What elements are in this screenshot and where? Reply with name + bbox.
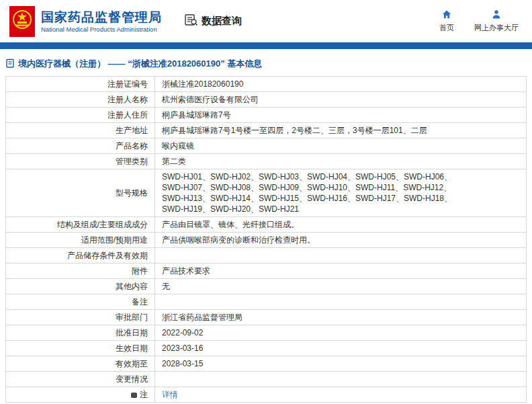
- row-label: 注册人名称: [6, 92, 155, 108]
- table-row: 备注: [6, 294, 527, 310]
- row-value: 第二类: [155, 154, 527, 169]
- table-row: 有效期至2028-03-15: [6, 356, 527, 372]
- row-value: 杭州索德医疗设备有限公司: [155, 92, 527, 108]
- home-icon: [441, 9, 452, 21]
- data-query-title: 数据查询: [185, 14, 242, 28]
- nav-item-home[interactable]: 首页: [439, 9, 454, 33]
- table-row: 结构及组成/主要组成成分产品由目镜罩、镜体、光纤接口组成。: [6, 217, 527, 233]
- page-title: 境内医疗器械（注册） —— “浙械注准20182060190” 基本信息: [18, 58, 262, 70]
- table-row: 产品名称喉内窥镜: [6, 138, 527, 154]
- row-label: 注册人住所: [6, 108, 155, 123]
- agency-title-block: 国家药品监督管理局 National Medical Products Admi…: [41, 9, 162, 34]
- row-value: 桐庐县城瑶琳路7号: [155, 108, 527, 123]
- agency-name-cn: 国家药品监督管理局: [41, 9, 162, 26]
- table-row: 注册人住所桐庐县城瑶琳路7号: [6, 108, 527, 123]
- nav-item-home-label: 首页: [439, 23, 454, 33]
- header-divider-bar: [0, 42, 532, 49]
- row-value: [155, 248, 527, 264]
- row-label: 审批部门: [6, 310, 155, 325]
- data-query-icon: [185, 14, 198, 28]
- table-row: 审批部门浙江省药品监督管理局: [6, 310, 527, 325]
- info-table-body: 注册证编号浙械注准20182060190注册人名称杭州索德医疗设备有限公司注册人…: [6, 77, 527, 403]
- table-row: 生效日期2023-03-16: [6, 341, 527, 356]
- breadcrumb: 境内医疗器械（注册） —— “浙械注准20182060190” 基本信息: [0, 49, 532, 76]
- page-header: 国家药品监督管理局 National Medical Products Admi…: [0, 0, 532, 42]
- data-query-label: 数据查询: [202, 15, 242, 28]
- row-value: 产品技术要求: [155, 264, 527, 279]
- row-value: 产品供咽喉部病变的诊断和治疗检查时用。: [155, 233, 527, 248]
- row-label: 生产地址: [6, 123, 155, 138]
- nav-item-service-hall[interactable]: 网上办事大厅: [474, 9, 519, 33]
- row-value: 详情: [155, 387, 527, 403]
- detail-link[interactable]: 详情: [162, 390, 178, 399]
- row-value: 桐庐县城瑶琳路7号1号楼一至四层，2号楼二、三层，3号楼一层101、二层: [155, 123, 527, 138]
- row-label: 产品名称: [6, 138, 155, 154]
- table-row: 注册人名称杭州索德医疗设备有限公司: [6, 92, 527, 108]
- table-row: 批准日期2022-09-02: [6, 325, 527, 341]
- row-label: 有效期至: [6, 356, 155, 372]
- row-label: 批准日期: [6, 325, 155, 341]
- table-row: 其他内容无: [6, 279, 527, 294]
- row-label: 变更情况: [6, 372, 155, 387]
- nav-item-service-hall-label: 网上办事大厅: [474, 23, 519, 33]
- row-value: 浙江省药品监督管理局: [155, 310, 527, 325]
- person-icon: [491, 9, 502, 21]
- row-value: 无: [155, 279, 527, 294]
- top-nav: 首页 网上办事大厅: [439, 9, 519, 33]
- row-value: 喉内窥镜: [155, 138, 527, 154]
- table-row: 附件产品技术要求: [6, 264, 527, 279]
- row-label: 备注: [6, 294, 155, 310]
- agency-name-en: National Medical Products Administration: [41, 26, 162, 34]
- row-label: 适用范围/预期用途: [6, 233, 155, 248]
- table-row: 适用范围/预期用途产品供咽喉部病变的诊断和治疗检查时用。: [6, 233, 527, 248]
- row-label: 其他内容: [6, 279, 155, 294]
- row-label: 附件: [6, 264, 155, 279]
- row-label: 生效日期: [6, 341, 155, 356]
- row-value: 2022-09-02: [155, 325, 527, 341]
- row-label: 结构及组成/主要组成成分: [6, 217, 155, 233]
- row-label: 注: [6, 387, 155, 403]
- table-row: 注详情: [6, 387, 527, 403]
- row-label: 产品储存条件及有效期: [6, 248, 155, 264]
- row-value: 产品由目镜罩、镜体、光纤接口组成。: [155, 217, 527, 233]
- row-value: 2023-03-16: [155, 341, 527, 356]
- row-value: SWD-HJ01、SWD-HJ02、SWD-HJ03、SWD-HJ04、SWD-…: [155, 169, 527, 217]
- table-row: 注册证编号浙械注准20182060190: [6, 77, 527, 92]
- table-row: 型号规格SWD-HJ01、SWD-HJ02、SWD-HJ03、SWD-HJ04、…: [6, 169, 527, 217]
- table-row: 产品储存条件及有效期: [6, 248, 527, 264]
- row-label: 管理类别: [6, 154, 155, 169]
- row-value: [155, 294, 527, 310]
- row-value: 浙械注准20182060190: [155, 77, 527, 92]
- table-row: 变更情况: [6, 372, 527, 387]
- row-value: 2028-03-15: [155, 356, 527, 372]
- registration-doc-icon: [5, 58, 15, 70]
- registration-info-section: 注册证编号浙械注准20182060190注册人名称杭州索德医疗设备有限公司注册人…: [5, 76, 527, 403]
- row-value: [155, 372, 527, 387]
- table-row: 管理类别第二类: [6, 154, 527, 169]
- info-table: 注册证编号浙械注准20182060190注册人名称杭州索德医疗设备有限公司注册人…: [5, 76, 527, 403]
- row-label: 注册证编号: [6, 77, 155, 92]
- national-emblem-logo: [9, 6, 35, 37]
- table-row: 生产地址桐庐县城瑶琳路7号1号楼一至四层，2号楼二、三层，3号楼一层101、二层: [6, 123, 527, 138]
- row-label: 型号规格: [6, 169, 155, 217]
- note-icon: [131, 393, 137, 398]
